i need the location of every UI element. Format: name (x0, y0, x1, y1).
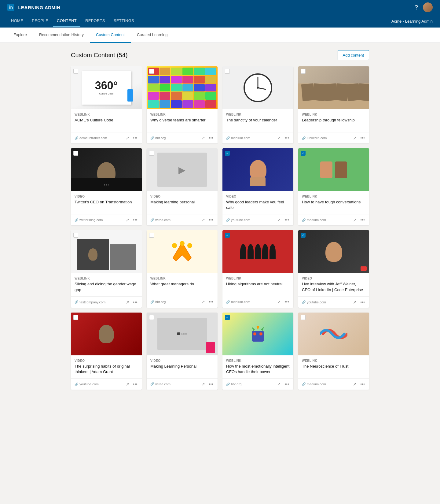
help-icon[interactable]: ? (415, 4, 418, 11)
share-button[interactable]: ↗ (277, 217, 281, 223)
card-checkbox[interactable] (149, 151, 154, 156)
avatar[interactable] (423, 2, 433, 12)
card-source-label: youtube.com (307, 300, 326, 304)
tab-recommendation-history[interactable]: Recommendation History (33, 28, 90, 43)
card-type: WEBLINK (226, 359, 290, 362)
nav-settings[interactable]: SETTINGS (110, 15, 138, 27)
card-source: 🔗 youtube.com (75, 382, 99, 386)
more-button[interactable]: ••• (208, 217, 214, 223)
link-icon: 🔗 (75, 300, 78, 304)
nav-reports[interactable]: REPORTS (82, 15, 109, 27)
card-checkbox[interactable] (225, 69, 230, 74)
share-button[interactable]: ↗ (125, 299, 130, 305)
nav-content[interactable]: CONTENT (53, 15, 80, 27)
card-type: WEBLINK (302, 359, 365, 362)
card-body: VIDEO Live interview with Jeff Weiner, C… (298, 273, 369, 296)
share-button[interactable]: ↗ (125, 135, 130, 141)
card-title: The surprising habits of original thinke… (75, 364, 138, 375)
card-checkbox[interactable] (301, 69, 306, 74)
card-checkbox[interactable] (301, 151, 306, 156)
share-button[interactable]: ↗ (201, 299, 206, 305)
card-title: The Neuroscience of Trust (302, 364, 365, 375)
main-content: Custom Content (54) Add content 360° Cul… (61, 43, 379, 397)
more-button[interactable]: ••• (360, 135, 365, 141)
card-body: WEBLINK The Neuroscience of Trust (298, 355, 369, 378)
card-checkbox[interactable] (149, 69, 154, 74)
card-checkbox[interactable] (73, 69, 78, 74)
card-actions: ↗ ••• (201, 299, 214, 305)
share-button[interactable]: ↗ (352, 217, 357, 223)
share-button[interactable]: ↗ (352, 135, 357, 141)
card-source: 🔗 wired.com (150, 218, 170, 222)
share-button[interactable]: ↗ (201, 217, 206, 223)
card-source: 🔗 fastcompany.com (75, 300, 105, 304)
card-source: 🔗 twitter.blog.com (75, 218, 103, 222)
app-title: LEARNING ADMIN (18, 5, 60, 10)
card-title: How to have tough conversations (302, 199, 365, 210)
card-checkbox[interactable] (73, 151, 78, 156)
more-button[interactable]: ••• (132, 381, 138, 387)
card-checkbox[interactable] (225, 315, 230, 320)
more-button[interactable]: ••• (284, 217, 290, 223)
card-checkbox[interactable] (149, 315, 154, 320)
card-body: WEBLINK Leadership through fellowship (298, 109, 369, 132)
link-icon: 🔗 (150, 300, 154, 304)
card-checkbox[interactable] (73, 315, 78, 320)
link-icon: 🔗 (302, 382, 306, 386)
card-title: Live interview with Jeff Weiner, CEO of … (302, 281, 365, 292)
more-button[interactable]: ••• (284, 135, 290, 141)
card-type: WEBLINK (302, 195, 365, 198)
page-title: Custom Content (54) (71, 52, 128, 59)
card-checkbox[interactable] (73, 233, 78, 238)
card-checkbox[interactable] (301, 315, 306, 320)
more-button[interactable]: ••• (284, 381, 290, 387)
add-content-button[interactable]: Add content (338, 50, 369, 60)
card-source-label: medium.com (307, 382, 326, 386)
tab-curated-learning[interactable]: Curated Learning (131, 28, 174, 43)
card-footer: 🔗 medium.com ↗ ••• (298, 378, 369, 390)
more-button[interactable]: ••• (360, 217, 365, 223)
share-button[interactable]: ↗ (125, 381, 130, 387)
card-footer: 🔗 youtube.com ↗ ••• (298, 296, 369, 308)
more-button[interactable]: ••• (132, 217, 138, 223)
more-button[interactable]: ••• (132, 299, 138, 305)
card-source-label: fastcompany.com (79, 300, 105, 304)
card-title: The sanctity of your calender (226, 117, 290, 128)
card-body: WEBLINK Slicing and dicing the gender wa… (71, 273, 142, 296)
share-button[interactable]: ↗ (125, 217, 130, 223)
linkedin-logo: in (7, 4, 14, 11)
card-checkbox[interactable] (225, 233, 230, 238)
svg-rect-8 (252, 331, 264, 342)
card-actions: ↗ ••• (125, 299, 138, 305)
nav-home[interactable]: HOME (7, 15, 27, 27)
more-button[interactable]: ••• (360, 299, 365, 305)
share-button[interactable]: ↗ (201, 135, 206, 141)
card-checkbox[interactable] (225, 151, 230, 156)
nav-people[interactable]: PEOPLE (28, 15, 52, 27)
card-footer: 🔗 youtube.com ↗ ••• (222, 214, 293, 225)
card-actions: ↗ ••• (201, 135, 214, 141)
share-button[interactable]: ↗ (352, 381, 357, 387)
card-title: Slicing and dicing the gender wage gap (75, 281, 138, 292)
share-button[interactable]: ↗ (277, 299, 281, 305)
more-button[interactable]: ••• (208, 299, 214, 305)
share-button[interactable]: ↗ (201, 381, 206, 387)
card-checkbox[interactable] (301, 233, 306, 238)
card-actions: ↗ ••• (201, 381, 214, 387)
more-button[interactable]: ••• (132, 135, 138, 141)
card-source: 🔗 hbr.org (150, 136, 166, 140)
more-button[interactable]: ••• (208, 135, 214, 141)
card-item: 360° Culture Code WEBLINK ACME's Culture… (71, 66, 142, 143)
more-button[interactable]: ••• (284, 299, 290, 305)
more-button[interactable]: ••• (360, 381, 365, 387)
card-thumbnail (147, 230, 218, 273)
card-checkbox[interactable] (149, 233, 154, 238)
share-button[interactable]: ↗ (277, 381, 281, 387)
share-button[interactable]: ↗ (352, 299, 357, 305)
more-button[interactable]: ••• (208, 381, 214, 387)
tab-custom-content[interactable]: Custom Content (90, 28, 131, 43)
tab-explore[interactable]: Explore (7, 28, 33, 43)
avatar-image (423, 2, 433, 12)
card-actions: ↗ ••• (201, 217, 214, 223)
share-button[interactable]: ↗ (277, 135, 281, 141)
